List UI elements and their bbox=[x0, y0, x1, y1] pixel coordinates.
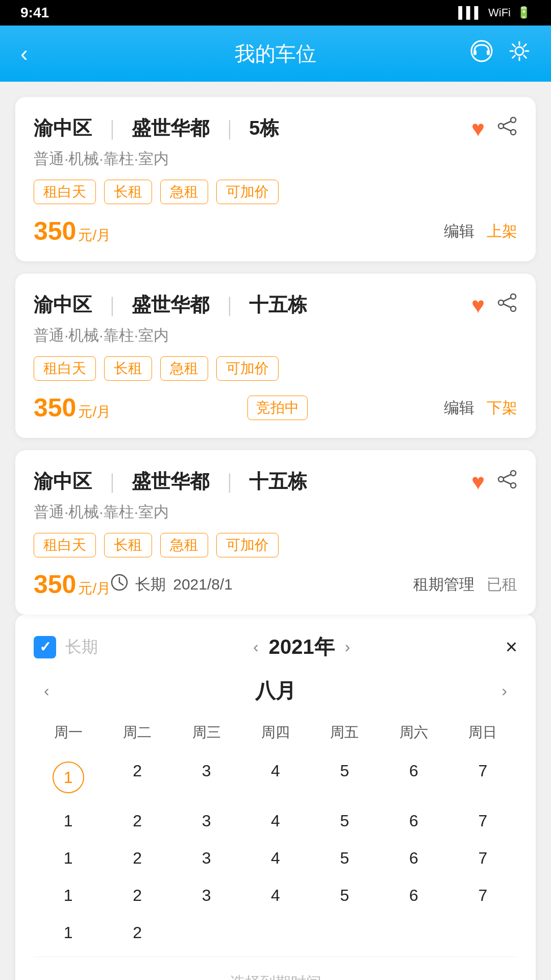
calendar-longterm-section: ✓ 长期 bbox=[34, 636, 98, 658]
calendar-close-button[interactable]: × bbox=[506, 635, 517, 658]
card2-title: 渝中区 ｜ 盛世华都 ｜ 十五栋 bbox=[34, 292, 307, 318]
card1-subtitle: 普通·机械·靠柱·室内 bbox=[34, 149, 517, 169]
calendar-weekdays: 周一 周二 周三 周四 周五 周六 周日 bbox=[34, 718, 517, 747]
day-cell[interactable]: 2 bbox=[103, 840, 171, 877]
card1-tag-1: 长租 bbox=[104, 180, 152, 204]
card2-status-button[interactable]: 下架 bbox=[487, 398, 517, 419]
day-cell[interactable]: 5 bbox=[310, 877, 379, 914]
card3-footer: 350 元/月 长期 2021/8/1 租期管理 已租 bbox=[34, 570, 517, 599]
prev-year-button[interactable]: ‹ bbox=[253, 638, 259, 656]
card3-price: 350 元/月 bbox=[34, 570, 111, 599]
card2-tag-3: 可加价 bbox=[216, 356, 279, 381]
card3-tag-2: 急租 bbox=[160, 533, 208, 557]
svg-point-5 bbox=[498, 124, 504, 129]
day-cell[interactable]: 1 bbox=[34, 914, 103, 951]
svg-line-18 bbox=[504, 481, 511, 484]
day-cell[interactable]: 4 bbox=[241, 877, 310, 914]
day-cell[interactable]: 7 bbox=[448, 877, 517, 914]
svg-rect-1 bbox=[473, 50, 477, 55]
day-cell[interactable]: 3 bbox=[172, 802, 241, 840]
day-cell[interactable]: 4 bbox=[241, 840, 310, 877]
day-cell[interactable]: 5 bbox=[310, 752, 379, 802]
weekday-1: 周二 bbox=[103, 718, 171, 747]
svg-line-21 bbox=[119, 582, 123, 585]
day-cell[interactable]: 1 bbox=[34, 802, 103, 840]
card2-subtitle: 普通·机械·靠柱·室内 bbox=[34, 325, 517, 346]
support-icon[interactable] bbox=[470, 40, 493, 67]
card1-edit-button[interactable]: 编辑 bbox=[444, 221, 474, 242]
parking-card-1: 渝中区 ｜ 盛世华都 ｜ 5栋 ♥ 普通·机械·靠 bbox=[15, 97, 536, 261]
card1-tags: 租白天 长租 急租 可加价 bbox=[34, 180, 517, 204]
day-cell[interactable]: 6 bbox=[379, 877, 448, 914]
card3-rent-info: 长期 2021/8/1 bbox=[111, 574, 413, 595]
card1-share-icon[interactable] bbox=[497, 116, 517, 141]
svg-line-7 bbox=[504, 121, 511, 125]
day-cell[interactable]: 7 bbox=[448, 752, 517, 802]
day-cell[interactable]: 6 bbox=[379, 802, 448, 840]
day-cell[interactable]: 4 bbox=[241, 802, 310, 840]
card2-header: 渝中区 ｜ 盛世华都 ｜ 十五栋 ♥ bbox=[34, 292, 517, 318]
longterm-checkbox[interactable]: ✓ bbox=[34, 636, 56, 658]
day-cell[interactable]: 5 bbox=[310, 840, 379, 877]
next-month-button[interactable]: › bbox=[491, 676, 517, 705]
day-cell-empty bbox=[241, 914, 310, 951]
card1-title: 渝中区 ｜ 盛世华都 ｜ 5栋 bbox=[34, 115, 279, 141]
card3-manage-button[interactable]: 租期管理 bbox=[413, 574, 474, 595]
day-cell[interactable]: 1 bbox=[34, 877, 103, 914]
card2-share-icon[interactable] bbox=[497, 292, 517, 317]
next-year-button[interactable]: › bbox=[345, 638, 350, 656]
day-cell[interactable]: 5 bbox=[310, 802, 379, 840]
svg-point-10 bbox=[498, 300, 504, 305]
day-cell[interactable]: 1 bbox=[34, 840, 103, 877]
svg-point-11 bbox=[511, 306, 516, 311]
weekday-4: 周五 bbox=[310, 718, 379, 747]
card1-status-button[interactable]: 上架 bbox=[487, 221, 517, 242]
day-cell[interactable]: 4 bbox=[241, 752, 310, 802]
weekday-3: 周四 bbox=[241, 718, 310, 747]
checkbox-checkmark: ✓ bbox=[39, 639, 51, 655]
card2-edit-button[interactable]: 编辑 bbox=[444, 398, 474, 419]
back-button[interactable]: ‹ bbox=[20, 42, 28, 65]
svg-line-17 bbox=[504, 475, 511, 478]
svg-point-15 bbox=[498, 477, 504, 482]
svg-point-4 bbox=[511, 117, 516, 122]
day-cell[interactable]: 3 bbox=[172, 752, 241, 802]
card2-footer: 350 元/月 竞拍中 编辑 下架 bbox=[34, 393, 517, 423]
day-cell[interactable]: 2 bbox=[103, 752, 171, 802]
card1-actions: ♥ bbox=[471, 116, 517, 141]
app-header: ‹ 我的车位 bbox=[0, 26, 551, 82]
svg-point-9 bbox=[511, 294, 516, 299]
calendar-top-bar: ✓ 长期 ‹ 2021年 › × bbox=[34, 633, 517, 661]
day-cell[interactable]: 7 bbox=[448, 802, 517, 840]
card1-tag-3: 可加价 bbox=[216, 180, 279, 204]
day-cell[interactable]: 6 bbox=[379, 752, 448, 802]
card2-auction-badge: 竞拍中 bbox=[247, 396, 308, 420]
card1-tag-2: 急租 bbox=[160, 180, 208, 204]
day-cell[interactable]: 2 bbox=[103, 802, 171, 840]
svg-point-16 bbox=[511, 483, 516, 488]
calendar-month: 八月 bbox=[255, 677, 296, 705]
day-cell[interactable]: 7 bbox=[448, 840, 517, 877]
settings-icon[interactable] bbox=[508, 40, 531, 67]
card1-favorite-icon[interactable]: ♥ bbox=[471, 116, 485, 141]
weekday-0: 周一 bbox=[34, 718, 103, 747]
prev-month-button[interactable]: ‹ bbox=[34, 676, 60, 705]
weekday-2: 周三 bbox=[172, 718, 241, 747]
calendar-month-nav: ‹ 八月 › bbox=[34, 676, 517, 705]
day-cell-empty bbox=[310, 914, 379, 951]
day-cell[interactable]: 2 bbox=[103, 914, 171, 951]
card3-actions: ♥ bbox=[471, 469, 517, 495]
day-cell[interactable]: 3 bbox=[172, 840, 241, 877]
card3-rent-type: 长期 bbox=[135, 574, 166, 595]
card2-favorite-icon[interactable]: ♥ bbox=[471, 292, 485, 318]
wifi-icon: WiFi bbox=[488, 6, 511, 19]
day-cell[interactable]: 3 bbox=[172, 877, 241, 914]
card3-favorite-icon[interactable]: ♥ bbox=[471, 469, 485, 495]
day-cell[interactable]: 6 bbox=[379, 840, 448, 877]
day-cell[interactable]: 2 bbox=[103, 877, 171, 914]
svg-point-3 bbox=[515, 47, 523, 55]
card3-share-icon[interactable] bbox=[497, 469, 517, 494]
day-cell[interactable]: 1 bbox=[34, 752, 103, 802]
card1-tag-0: 租白天 bbox=[34, 180, 96, 204]
card2-footer-right: 编辑 下架 bbox=[444, 398, 517, 419]
